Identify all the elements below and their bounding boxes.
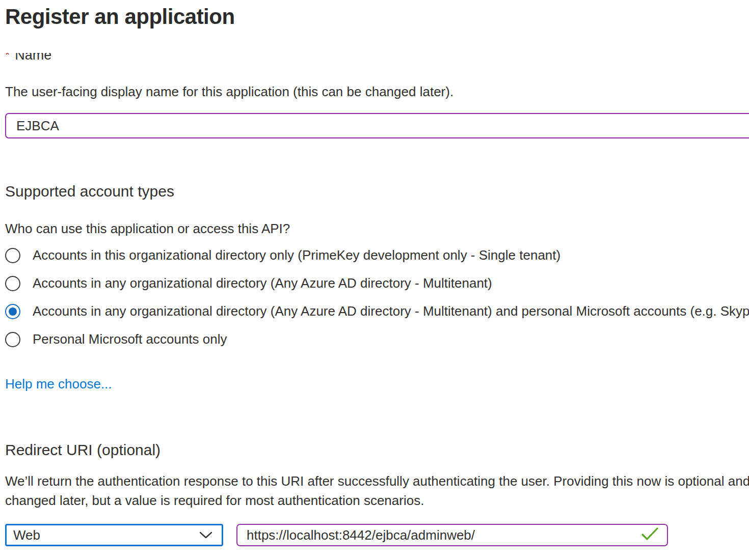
redirect-uri-input[interactable] bbox=[247, 527, 634, 543]
radio-option-personal-only[interactable]: Personal Microsoft accounts only bbox=[5, 325, 749, 353]
radio-option-multitenant[interactable]: Accounts in any organizational directory… bbox=[5, 269, 749, 297]
redirect-uri-row: Web bbox=[5, 524, 749, 546]
name-field-description: The user-facing display name for this ap… bbox=[5, 83, 749, 100]
radio-option-label: Personal Microsoft accounts only bbox=[33, 331, 227, 347]
name-label-clipped: *Name bbox=[5, 53, 749, 66]
radio-option-label: Accounts in this organizational director… bbox=[33, 247, 560, 263]
radio-option-label: Accounts in any organizational directory… bbox=[33, 303, 749, 319]
radio-option-multitenant-personal[interactable]: Accounts in any organizational directory… bbox=[5, 297, 749, 325]
redirect-uri-field bbox=[236, 524, 668, 546]
radio-button-icon[interactable] bbox=[5, 248, 20, 263]
platform-select-value: Web bbox=[13, 527, 40, 543]
help-me-choose-link[interactable]: Help me choose... bbox=[5, 375, 112, 393]
redirect-uri-description-line2: changed later, but a value is required f… bbox=[5, 491, 749, 510]
radio-option-label: Accounts in any organizational directory… bbox=[33, 275, 492, 291]
checkmark-icon bbox=[640, 526, 660, 544]
required-asterisk: * bbox=[5, 53, 10, 62]
radio-button-icon[interactable] bbox=[5, 276, 20, 291]
chevron-down-icon bbox=[199, 530, 213, 540]
name-input[interactable] bbox=[5, 113, 749, 138]
redirect-uri-heading: Redirect URI (optional) bbox=[5, 440, 749, 460]
radio-option-single-tenant[interactable]: Accounts in this organizational director… bbox=[5, 241, 749, 269]
radio-button-icon[interactable] bbox=[5, 332, 20, 347]
platform-select-dropdown[interactable]: Web bbox=[5, 524, 223, 546]
name-field-label: Name bbox=[15, 53, 51, 63]
supported-account-types-heading: Supported account types bbox=[5, 181, 749, 202]
account-types-question: Who can use this application or access t… bbox=[5, 220, 749, 237]
redirect-uri-description: We’ll return the authentication response… bbox=[5, 471, 749, 510]
account-type-radio-group: Accounts in this organizational director… bbox=[5, 241, 749, 353]
radio-button-selected-icon[interactable] bbox=[5, 304, 20, 319]
redirect-uri-description-line1: We’ll return the authentication response… bbox=[5, 471, 749, 491]
register-application-page: Register an application *Name The user-f… bbox=[0, 2, 749, 546]
page-title: Register an application bbox=[5, 2, 749, 32]
